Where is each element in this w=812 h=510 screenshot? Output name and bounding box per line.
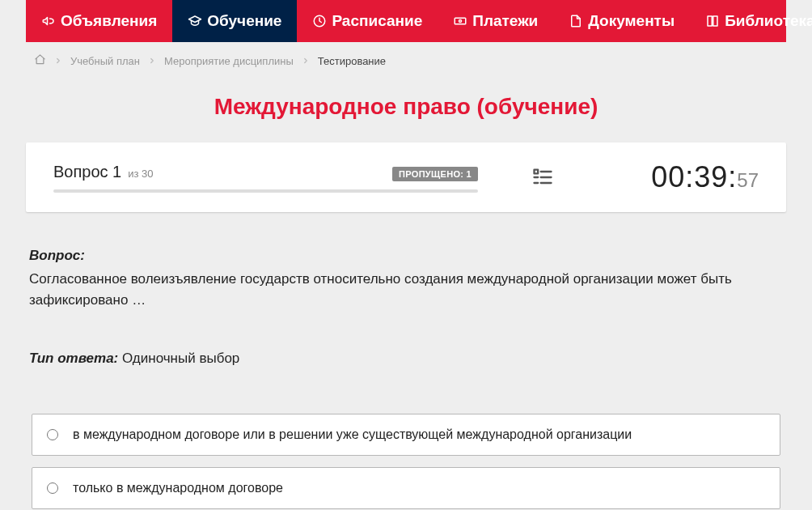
- svg-rect-1: [455, 18, 466, 24]
- answer-type-row: Тип ответа: Одиночный выбор: [29, 351, 783, 367]
- status-card: Вопрос 1 из 30 ПРОПУЩЕНО: 1: [26, 142, 786, 212]
- banknote-icon: [453, 14, 467, 28]
- answer-text: только в международном договоре: [73, 481, 283, 495]
- progress-bar: [53, 189, 478, 193]
- timer: 00:39:57: [651, 160, 759, 194]
- answers-list: в международном договоре или в решении у…: [32, 414, 780, 510]
- svg-rect-3: [535, 170, 539, 174]
- timer-seconds: 57: [737, 169, 759, 192]
- answer-type-label: Тип ответа:: [29, 351, 118, 366]
- page-title: Международное право (обучение): [14, 94, 798, 120]
- question-number: Вопрос 1: [53, 163, 121, 181]
- answer-radio[interactable]: [47, 429, 58, 440]
- status-navigator: [478, 166, 607, 189]
- question-body: Вопрос: Согласованное волеизъявление гос…: [26, 248, 786, 367]
- chevron-right-icon: [148, 57, 156, 65]
- chevron-right-icon: [302, 57, 310, 65]
- skipped-badge: ПРОПУЩЕНО: 1: [392, 167, 478, 181]
- chevron-right-icon: [54, 57, 62, 65]
- question-total: из 30: [128, 168, 153, 180]
- nav-label: Документы: [588, 12, 675, 30]
- nav-item-learning[interactable]: Обучение: [172, 0, 297, 42]
- breadcrumb-link-event[interactable]: Мероприятие дисциплины: [164, 55, 294, 67]
- answer-radio[interactable]: [47, 482, 58, 494]
- graduation-cap-icon: [188, 14, 202, 28]
- breadcrumb-link-plan[interactable]: Учебный план: [70, 55, 140, 67]
- breadcrumb: Учебный план Мероприятие дисциплины Тест…: [26, 42, 786, 76]
- nav-item-library[interactable]: Библиотека: [690, 0, 812, 42]
- nav-item-documents[interactable]: Документы: [553, 0, 690, 42]
- answer-option[interactable]: только в международном договоре: [32, 467, 780, 509]
- breadcrumb-home[interactable]: [34, 53, 46, 68]
- nav-label: Объявления: [61, 12, 157, 30]
- svg-point-2: [459, 20, 462, 23]
- file-icon: [569, 14, 583, 28]
- answer-text: в международном договоре или в решении у…: [73, 427, 632, 442]
- nav-label: Библиотека: [725, 12, 812, 30]
- question-list-button[interactable]: [531, 166, 555, 189]
- top-nav: Объявления Обучение Расписание Платежи: [26, 0, 786, 42]
- nav-label: Платежи: [472, 12, 538, 30]
- nav-label: Расписание: [332, 12, 422, 30]
- nav-label: Обучение: [207, 12, 281, 30]
- status-progress-block: Вопрос 1 из 30 ПРОПУЩЕНО: 1: [53, 163, 478, 193]
- nav-item-schedule[interactable]: Расписание: [297, 0, 438, 42]
- clock-icon: [312, 14, 327, 28]
- timer-minutes: 00:39:: [651, 160, 737, 194]
- app-viewport[interactable]: Объявления Обучение Расписание Платежи: [0, 0, 812, 510]
- nav-item-payments[interactable]: Платежи: [438, 0, 553, 42]
- question-label-row: Вопрос:: [29, 248, 783, 264]
- book-icon: [705, 14, 720, 28]
- answer-type-value: Одиночный выбор: [122, 351, 239, 366]
- question-counter-row: Вопрос 1 из 30 ПРОПУЩЕНО: 1: [53, 163, 478, 181]
- megaphone-icon: [41, 14, 56, 28]
- question-label: Вопрос:: [29, 248, 85, 263]
- breadcrumb-current: Тестирование: [318, 55, 386, 67]
- answer-option[interactable]: в международном договоре или в решении у…: [32, 414, 780, 456]
- home-icon: [34, 56, 46, 68]
- page-container: Объявления Обучение Расписание Платежи: [14, 0, 798, 510]
- question-text: Согласованное волеизъявление государств …: [29, 269, 783, 312]
- nav-item-announcements[interactable]: Объявления: [26, 0, 172, 42]
